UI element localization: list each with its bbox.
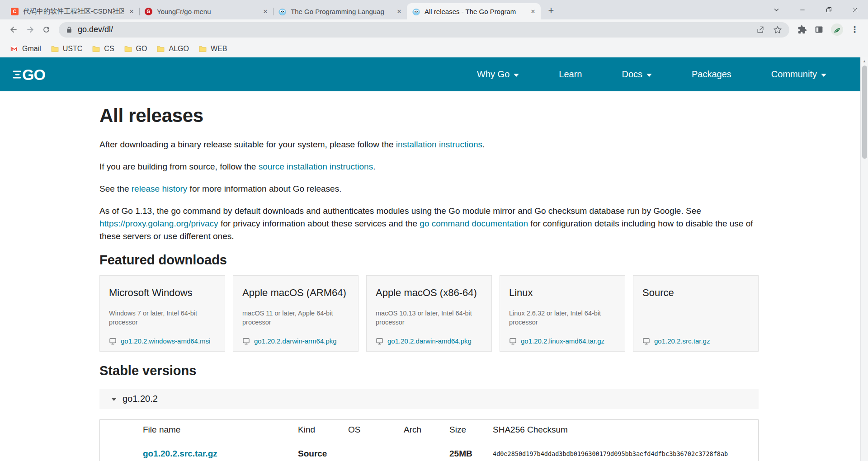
bookmark-folder-ustc[interactable]: USTC	[48, 43, 90, 55]
download-link-macos-x86[interactable]: go1.20.2.darwin-amd64.pkg	[376, 337, 472, 345]
close-icon[interactable]: ✕	[127, 6, 137, 16]
download-link-macos-arm64[interactable]: go1.20.2.darwin-arm64.pkg	[242, 337, 337, 345]
tab-go-homepage[interactable]: The Go Programming Languag ✕	[273, 3, 407, 19]
card-subtitle: macOS 11 or later, Apple 64-bit processo…	[242, 309, 344, 327]
download-link-source[interactable]: go1.20.2.src.tar.gz	[642, 337, 710, 345]
close-window-button[interactable]	[842, 0, 868, 19]
minimize-button[interactable]	[789, 0, 816, 19]
download-icon	[509, 338, 517, 345]
bookmark-label: WEB	[211, 45, 227, 53]
card-title: Apple macOS (ARM64)	[242, 287, 349, 299]
nav-item-docs[interactable]: Docs	[622, 69, 652, 80]
address-bar[interactable]: go.dev/dl/	[59, 22, 789, 38]
tab-gitee-go-menu[interactable]: G YoungFr/go-menu ✕	[139, 3, 273, 19]
scrollbar-up-arrow-icon[interactable]: ▲	[861, 57, 868, 65]
close-icon[interactable]: ✕	[260, 6, 270, 16]
lock-icon	[66, 26, 72, 33]
chevron-down-icon	[646, 74, 652, 77]
nav-item-packages[interactable]: Packages	[692, 69, 731, 80]
folder-icon	[51, 45, 59, 52]
nav-item-why-go[interactable]: Why Go	[477, 69, 519, 80]
col-sha256: SHA256 Checksum	[493, 425, 758, 435]
download-icon	[242, 338, 250, 345]
tab-csdn[interactable]: C 代码中的软件工程社区-CSDN社区 ✕	[5, 3, 139, 19]
download-link-windows[interactable]: go1.20.2.windows-amd64.msi	[109, 337, 210, 345]
side-panel-icon[interactable]	[814, 25, 824, 34]
close-icon[interactable]: ✕	[528, 6, 538, 16]
accordion-expanded-caret-icon	[111, 398, 117, 401]
download-icon	[376, 338, 383, 345]
tab-all-releases-active[interactable]: All releases - The Go Program ✕	[407, 3, 541, 19]
go-command-documentation-link[interactable]: go command documentation	[420, 219, 528, 228]
card-title: Source	[642, 287, 749, 299]
downloads-table-header: File name Kind OS Arch Size SHA256 Check…	[100, 420, 758, 440]
browser-toolbar: go.dev/dl/ ⋮	[0, 19, 868, 40]
downloads-table: File name Kind OS Arch Size SHA256 Check…	[99, 419, 759, 461]
col-size: Size	[449, 425, 493, 435]
card-title: Microsoft Windows	[109, 287, 216, 299]
bookmark-folder-web[interactable]: WEB	[196, 43, 234, 55]
installation-instructions-link[interactable]: installation instructions	[396, 140, 482, 149]
chevron-down-icon	[821, 74, 826, 77]
card-subtitle: macOS 10.13 or later, Intel 64-bit proce…	[376, 309, 477, 327]
new-tab-button[interactable]: +	[544, 4, 558, 17]
bookmarks-bar: Gmail USTC CS GO ALGO WEB	[0, 40, 868, 57]
refresh-icon[interactable]	[38, 22, 54, 38]
page-title: All releases	[99, 105, 759, 126]
download-card-linux: Linux Linux 2.6.32 or later, Intel 64-bi…	[500, 275, 625, 352]
bookmark-label: GO	[136, 45, 147, 53]
back-icon[interactable]	[5, 22, 22, 38]
nav-item-community[interactable]: Community	[771, 69, 826, 80]
bookmark-folder-algo[interactable]: ALGO	[154, 43, 195, 55]
url-text[interactable]: go.dev/dl/	[78, 25, 113, 34]
bookmark-folder-go[interactable]: GO	[121, 43, 154, 55]
intro-paragraph-2: If you are building from source, follow …	[99, 160, 759, 173]
source-installation-instructions-link[interactable]: source installation instructions	[259, 162, 373, 171]
gitee-icon: G	[145, 8, 152, 15]
extensions-puzzle-icon[interactable]	[797, 25, 807, 34]
bookmark-gmail[interactable]: Gmail	[7, 43, 48, 55]
table-row: go1.20.2.src.tar.gz Source 25MB 4d0e2850…	[100, 440, 758, 461]
go-site-header: GO Why Go Learn Docs Packages Community	[0, 57, 868, 91]
release-history-link[interactable]: release history	[132, 184, 188, 193]
card-title: Linux	[509, 287, 616, 299]
featured-downloads-heading: Featured downloads	[99, 253, 759, 267]
go-gopher-icon	[412, 8, 420, 15]
featured-downloads-cards: Microsoft Windows Windows 7 or later, In…	[99, 275, 759, 352]
file-download-link[interactable]: go1.20.2.src.tar.gz	[143, 449, 298, 459]
restore-button[interactable]	[816, 0, 842, 19]
bookmark-star-icon[interactable]	[773, 25, 782, 34]
profile-avatar[interactable]	[831, 24, 843, 36]
folder-icon	[92, 45, 100, 52]
browser-menu-kebab-icon[interactable]: ⋮	[850, 24, 859, 35]
card-subtitle: Windows 7 or later, Intel 64-bit process…	[109, 309, 211, 327]
forward-icon[interactable]	[22, 22, 38, 38]
intro-paragraph-1: After downloading a binary release suita…	[99, 138, 759, 151]
tab-search-chevron-icon[interactable]	[763, 0, 789, 19]
col-file-name: File name	[143, 425, 298, 435]
vertical-scrollbar[interactable]: ▲	[860, 57, 868, 461]
download-link-linux[interactable]: go1.20.2.linux-amd64.tar.gz	[509, 337, 604, 345]
close-icon[interactable]: ✕	[394, 6, 404, 16]
bookmark-label: CS	[104, 45, 114, 53]
proxy-privacy-link[interactable]: https://proxy.golang.org/privacy	[99, 219, 218, 228]
tab-title: The Go Programming Languag	[291, 8, 392, 15]
folder-icon	[157, 45, 165, 52]
nav-item-learn[interactable]: Learn	[559, 69, 582, 80]
sha256-cell: 4d0e2850d197b4ddad3bdb0196300179d095bb3a…	[493, 450, 758, 457]
svg-text:GO: GO	[22, 66, 45, 83]
share-icon[interactable]	[756, 25, 765, 34]
gmail-icon	[10, 46, 18, 52]
folder-icon	[199, 45, 207, 52]
bookmark-folder-cs[interactable]: CS	[89, 43, 121, 55]
version-accordion-go1-20-2[interactable]: go1.20.2	[99, 389, 759, 409]
browser-tab-strip: C 代码中的软件工程社区-CSDN社区 ✕ G YoungFr/go-menu …	[0, 0, 868, 19]
scrollbar-thumb[interactable]	[862, 66, 867, 159]
kind-cell: Source	[298, 449, 348, 459]
csdn-icon: C	[11, 8, 19, 15]
go-logo[interactable]: GO	[13, 66, 58, 84]
card-title: Apple macOS (x86-64)	[376, 287, 482, 299]
bookmark-label: ALGO	[169, 45, 189, 53]
accordion-version-label: go1.20.2	[123, 394, 158, 404]
folder-icon	[124, 45, 132, 52]
